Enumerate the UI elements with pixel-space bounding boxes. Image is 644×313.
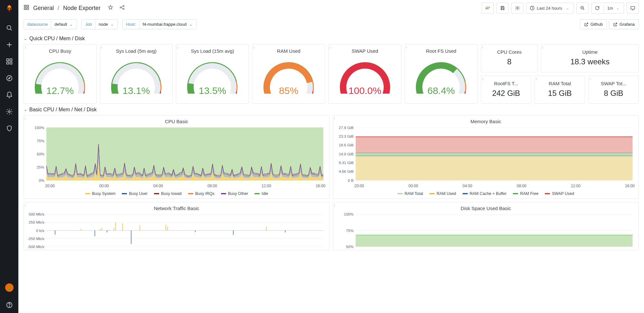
- variable-bar: datasource default Job node Host: f4-mum…: [18, 16, 644, 32]
- panel-info-icon[interactable]: i: [101, 45, 102, 49]
- panel-cpu-busy[interactable]: iCPU Busy 12.7%: [24, 44, 97, 104]
- panel-info-icon[interactable]: i: [406, 45, 407, 49]
- legend-item[interactable]: RAM Free: [513, 191, 538, 196]
- panel-info-icon[interactable]: i: [334, 203, 335, 207]
- dashboards-icon[interactable]: [6, 58, 13, 65]
- explore-icon[interactable]: [6, 75, 13, 82]
- legend-item[interactable]: Busy System: [85, 191, 116, 196]
- panel-info-icon[interactable]: i: [25, 203, 26, 207]
- svg-point-1: [7, 26, 11, 30]
- panel-memory-basic[interactable]: i Memory Basic 27.9 GiB23.3 GiB18.6 GiB1…: [333, 115, 639, 199]
- var-datasource: datasource default: [24, 19, 77, 29]
- panel-cpu-cores[interactable]: iCPU Cores8: [481, 44, 538, 72]
- svg-rect-231: [356, 235, 633, 247]
- breadcrumb-sep: /: [58, 5, 59, 12]
- panel-disk-basic[interactable]: i Disk Space Used Basic 100%75%50%: [333, 202, 639, 250]
- svg-text:50%: 50%: [37, 152, 44, 156]
- panel-network-basic[interactable]: i Network Traffic Basic 500 Mb/s250 Mb/s…: [24, 202, 330, 250]
- var-job-value[interactable]: node: [95, 20, 118, 29]
- panel-load15[interactable]: iSys Load (15m avg) 13.5%: [176, 44, 249, 104]
- svg-text:23.3 GiB: 23.3 GiB: [339, 134, 354, 138]
- svg-rect-11: [27, 5, 29, 7]
- svg-point-15: [123, 5, 124, 7]
- panel-swap-used[interactable]: iSWAP Used 100.0%: [328, 44, 401, 104]
- row-quick[interactable]: Quick CPU / Mem / Disk: [24, 32, 639, 44]
- config-icon[interactable]: [6, 108, 13, 115]
- alert-icon[interactable]: [6, 91, 13, 98]
- var-job: Job node: [82, 19, 118, 29]
- var-datasource-value[interactable]: default: [51, 20, 77, 29]
- svg-text:27.9 GiB: 27.9 GiB: [339, 125, 354, 130]
- legend-item[interactable]: Busy Iowait: [154, 191, 182, 196]
- add-panel-button[interactable]: [482, 3, 494, 14]
- panel-cpu-basic[interactable]: i CPU Basic 100%75%50%25%0% 20:0000:0004…: [24, 115, 330, 199]
- svg-text:14.0 GiB: 14.0 GiB: [339, 152, 354, 156]
- legend-item[interactable]: RAM Cache + Buffer: [463, 191, 507, 196]
- breadcrumb-title[interactable]: Node Exporter: [63, 5, 101, 12]
- legend-item[interactable]: Idle: [255, 191, 268, 196]
- panel-uptime[interactable]: iUptime18.3 weeks: [541, 44, 639, 72]
- link-github[interactable]: Github: [580, 19, 607, 29]
- svg-rect-2: [6, 59, 8, 61]
- time-range-picker[interactable]: Last 24 hours ⌄: [526, 3, 574, 14]
- plus-icon[interactable]: [6, 41, 13, 48]
- star-icon[interactable]: [108, 5, 113, 12]
- refresh-interval-label: 1m: [607, 6, 613, 11]
- panel-rootfs-total[interactable]: iRootFS T...242 GiB: [481, 76, 532, 104]
- panel-info-icon[interactable]: i: [334, 116, 335, 120]
- panel-info-icon[interactable]: i: [254, 45, 255, 49]
- legend-item[interactable]: SWAP Used: [545, 191, 574, 196]
- row-basic[interactable]: Basic CPU / Mem / Net / Disk: [24, 104, 639, 115]
- panel-load5[interactable]: iSys Load (5m avg) 13.1%: [100, 44, 173, 104]
- panel-ram-used[interactable]: iRAM Used 85%: [252, 44, 325, 104]
- panel-info-icon[interactable]: i: [542, 45, 543, 49]
- refresh-button[interactable]: 1m ⌄: [591, 3, 624, 14]
- svg-rect-10: [24, 5, 26, 7]
- panel-info-icon[interactable]: i: [25, 116, 26, 120]
- svg-text:250 Mb/s: 250 Mb/s: [29, 221, 44, 225]
- legend-item[interactable]: Busy Other: [221, 191, 248, 196]
- breadcrumb-folder[interactable]: General: [33, 5, 54, 12]
- panel-info-icon[interactable]: i: [536, 77, 537, 81]
- svg-rect-3: [10, 59, 12, 61]
- panel-rootfs-used[interactable]: iRoot FS Used 68.4%: [405, 44, 478, 104]
- svg-text:18.6 GiB: 18.6 GiB: [339, 143, 354, 147]
- svg-rect-51: [356, 155, 633, 156]
- panel-info-icon[interactable]: i: [177, 45, 178, 49]
- panel-info-icon[interactable]: i: [590, 77, 591, 81]
- legend-item[interactable]: Busy IRQs: [188, 191, 215, 196]
- settings-button[interactable]: [511, 3, 524, 14]
- link-grafana[interactable]: Grafana: [609, 19, 639, 29]
- panel-swap-total[interactable]: iSWAP Tot...8 GiB: [588, 76, 639, 104]
- grafana-logo[interactable]: [5, 5, 14, 15]
- user-avatar[interactable]: [5, 283, 14, 292]
- shield-icon[interactable]: [6, 125, 13, 132]
- zoom-out-button[interactable]: [576, 3, 589, 14]
- panel-info-icon[interactable]: i: [25, 45, 26, 49]
- dashboards-nav-icon[interactable]: [24, 5, 29, 12]
- svg-rect-5: [10, 62, 12, 64]
- svg-text:0%: 0%: [39, 178, 44, 182]
- panel-info-icon[interactable]: i: [482, 45, 483, 49]
- svg-point-16: [123, 8, 124, 10]
- legend-item[interactable]: Busy User: [122, 191, 148, 196]
- legend-item[interactable]: RAM Used: [429, 191, 456, 196]
- svg-rect-4: [6, 62, 8, 64]
- search-icon[interactable]: [6, 24, 13, 32]
- var-host: Host: f4-mumbai.frappe.cloud: [122, 19, 197, 29]
- panel-info-icon[interactable]: i: [482, 77, 483, 81]
- share-icon[interactable]: [119, 5, 125, 12]
- legend-item[interactable]: RAM Total: [398, 191, 423, 196]
- side-nav: [0, 0, 18, 313]
- help-icon[interactable]: [6, 301, 13, 308]
- panel-ram-total[interactable]: iRAM Total15 GiB: [534, 76, 585, 104]
- var-host-value[interactable]: f4-mumbai.frappe.cloud: [139, 20, 197, 29]
- panel-info-icon[interactable]: i: [330, 45, 331, 49]
- save-button[interactable]: [496, 3, 509, 14]
- svg-text:-500 Mb/s: -500 Mb/s: [28, 245, 44, 249]
- svg-text:0 B: 0 B: [348, 178, 354, 182]
- svg-rect-12: [24, 8, 26, 9]
- var-datasource-label: datasource: [24, 20, 51, 29]
- svg-rect-13: [27, 8, 29, 9]
- tv-mode-button[interactable]: [627, 3, 639, 14]
